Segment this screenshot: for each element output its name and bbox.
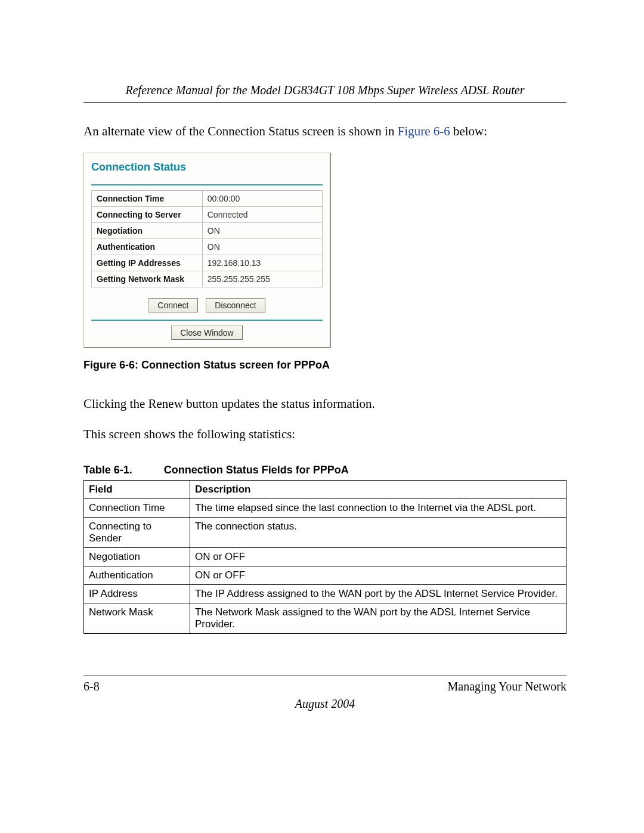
fields-table-desc: ON or OFF — [190, 566, 566, 585]
intro-paragraph: An alternate view of the Connection Stat… — [83, 123, 566, 140]
figure-reference-link[interactable]: Figure 6-6 — [398, 124, 450, 138]
panel-title: Connection Status — [91, 161, 186, 173]
panel-button-row-1: Connect Disconnect — [84, 293, 330, 320]
fields-table-row: Connecting to Sender The connection stat… — [84, 518, 566, 548]
fields-table-desc: The time elapsed since the last connecti… — [190, 499, 566, 518]
fields-table-header-description: Description — [190, 481, 566, 499]
fields-table-row: Negotiation ON or OFF — [84, 548, 566, 566]
fields-table-row: Connection Time The time elapsed since t… — [84, 499, 566, 518]
status-row: Connection Time 00:00:00 — [92, 191, 323, 207]
fields-table-desc: The Network Mask assigned to the WAN por… — [190, 603, 566, 634]
table-caption-number: Table 6-1. — [83, 464, 161, 476]
status-value: 192.168.10.13 — [202, 255, 322, 271]
status-row: Getting Network Mask 255.255.255.255 — [92, 271, 323, 287]
fields-table-desc: ON or OFF — [190, 548, 566, 566]
fields-table-field: Connection Time — [84, 499, 190, 518]
status-row: Negotiation ON — [92, 223, 323, 239]
page-footer: 6-8 Managing Your Network — [83, 676, 566, 693]
fields-table-desc: The connection status. — [190, 518, 566, 548]
status-value: 00:00:00 — [202, 191, 322, 207]
fields-table: Field Description Connection Time The ti… — [83, 480, 566, 634]
table-caption-title: Connection Status Fields for PPPoA — [164, 464, 349, 476]
close-window-button[interactable]: Close Window — [171, 326, 242, 340]
panel-button-row-2: Close Window — [84, 321, 330, 347]
connection-status-table: Connection Time 00:00:00 Connecting to S… — [91, 190, 323, 287]
panel-divider — [91, 184, 323, 185]
status-label: Connection Time — [92, 191, 203, 207]
status-label: Connecting to Server — [92, 207, 203, 223]
status-label: Authentication — [92, 239, 203, 255]
body-paragraph-2: This screen shows the following statisti… — [83, 426, 566, 442]
figure-caption: Figure 6-6: Connection Status screen for… — [83, 359, 566, 371]
connection-status-panel: Connection Status Connection Time 00:00:… — [83, 153, 331, 348]
fields-table-field: Authentication — [84, 566, 190, 585]
page-header: Reference Manual for the Model DG834GT 1… — [83, 83, 566, 103]
fields-table-header-field: Field — [84, 481, 190, 499]
status-row: Authentication ON — [92, 239, 323, 255]
fields-table-field: Connecting to Sender — [84, 518, 190, 548]
disconnect-button[interactable]: Disconnect — [206, 298, 265, 312]
panel-title-wrap: Connection Status — [84, 153, 330, 184]
status-value: 255.255.255.255 — [202, 271, 322, 287]
status-row: Getting IP Addresses 192.168.10.13 — [92, 255, 323, 271]
status-value: Connected — [202, 207, 322, 223]
fields-table-field: Network Mask — [84, 603, 190, 634]
connect-button[interactable]: Connect — [148, 298, 197, 312]
status-value: ON — [202, 223, 322, 239]
intro-text-before: An alternate view of the Connection Stat… — [83, 124, 398, 138]
status-row: Connecting to Server Connected — [92, 207, 323, 223]
fields-table-row: Network Mask The Network Mask assigned t… — [84, 603, 566, 634]
footer-date: August 2004 — [83, 697, 566, 711]
fields-table-row: IP Address The IP Address assigned to th… — [84, 585, 566, 603]
body-paragraph-1: Clicking the Renew button updates the st… — [83, 395, 566, 412]
table-caption: Table 6-1. Connection Status Fields for … — [83, 464, 566, 476]
status-label: Getting IP Addresses — [92, 255, 203, 271]
footer-section-title: Managing Your Network — [448, 680, 566, 693]
fields-table-field: Negotiation — [84, 548, 190, 566]
fields-table-desc: The IP Address assigned to the WAN port … — [190, 585, 566, 603]
status-value: ON — [202, 239, 322, 255]
status-label: Negotiation — [92, 223, 203, 239]
fields-table-field: IP Address — [84, 585, 190, 603]
footer-page-number: 6-8 — [83, 680, 100, 693]
status-label: Getting Network Mask — [92, 271, 203, 287]
manual-page: Reference Manual for the Model DG834GT 1… — [0, 0, 644, 833]
intro-text-after: below: — [450, 124, 487, 138]
fields-table-row: Authentication ON or OFF — [84, 566, 566, 585]
